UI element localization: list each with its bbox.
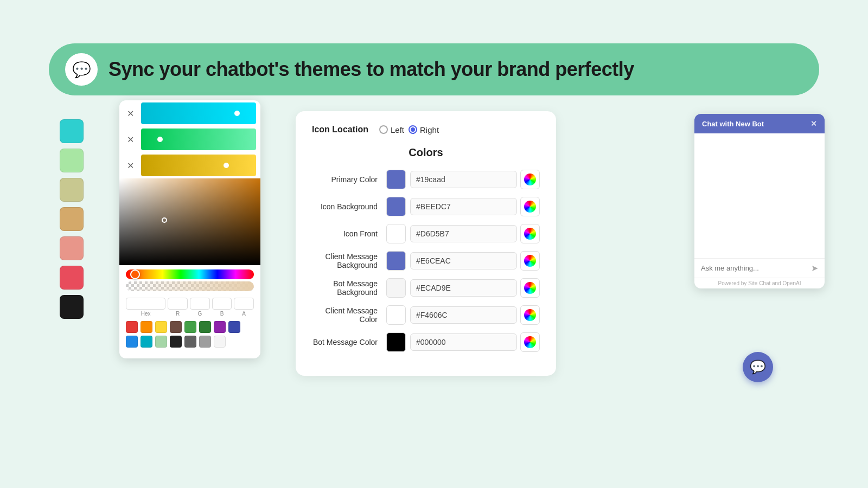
primary-color-picker-btn[interactable]	[520, 170, 540, 189]
preset-yellow[interactable]	[155, 321, 167, 333]
icon-front-label: Icon Front	[312, 229, 386, 238]
swatch-light-green[interactable]	[60, 149, 84, 172]
primary-color-swatch[interactable]	[386, 170, 406, 189]
color-row-icon-front: Icon Front	[312, 224, 540, 243]
gradient-cursor	[162, 217, 167, 223]
color-row-client-msg-color: Client Message Color	[312, 305, 540, 325]
bot-msg-bg-picker-icon	[524, 282, 536, 294]
color-row-client-msg-bg: Client MessageBackground	[312, 251, 540, 271]
bot-msg-bg-input[interactable]	[410, 279, 517, 297]
close-yellow-button[interactable]: ✕	[119, 155, 141, 176]
preset-red[interactable]	[126, 321, 138, 333]
icon-location-row: Icon Location Left Right	[312, 125, 540, 134]
teal-gradient-bar[interactable]	[141, 102, 256, 124]
preset-blue[interactable]	[126, 336, 138, 348]
bot-msg-bg-swatch[interactable]	[386, 278, 406, 298]
icon-bg-picker-btn[interactable]	[520, 197, 540, 216]
chat-input[interactable]	[701, 264, 807, 272]
radio-left[interactable]: Left	[379, 125, 404, 134]
preset-row-1	[126, 321, 254, 333]
close-green-button[interactable]: ✕	[119, 129, 141, 150]
preset-green[interactable]	[184, 321, 196, 333]
chat-fab-button[interactable]: 💬	[743, 352, 773, 382]
icon-front-swatch[interactable]	[386, 224, 406, 243]
preset-indigo[interactable]	[228, 321, 240, 333]
icon-bg-picker-icon	[524, 201, 536, 213]
swatch-black[interactable]	[60, 295, 84, 319]
b-input[interactable]: 172	[212, 298, 232, 310]
g-input[interactable]: 206	[190, 298, 210, 310]
close-teal-button[interactable]: ✕	[119, 102, 141, 124]
bot-msg-color-swatch[interactable]	[386, 332, 406, 352]
color-row-icon-bg: Icon Background	[312, 197, 540, 216]
radio-right-circle[interactable]	[409, 125, 417, 134]
preset-dark-gray[interactable]	[184, 336, 196, 348]
preset-cyan[interactable]	[141, 336, 152, 348]
icon-bg-input[interactable]	[410, 198, 517, 215]
bot-msg-color-picker-icon	[524, 336, 536, 348]
chat-send-button[interactable]: ➤	[811, 263, 818, 273]
swatch-tan[interactable]	[60, 178, 84, 202]
preset-black[interactable]	[170, 336, 182, 348]
client-msg-bg-input[interactable]	[410, 252, 517, 269]
swatch-teal[interactable]	[60, 119, 84, 143]
chat-header-title: Chat with New Bot	[702, 120, 764, 128]
hex-input[interactable]: E6CEAC	[126, 298, 165, 310]
preset-dark-green[interactable]	[199, 321, 211, 333]
colors-title: Colors	[312, 146, 540, 159]
primary-color-label: Primary Color	[312, 175, 386, 184]
icon-location-label: Icon Location	[312, 125, 368, 134]
preset-orange[interactable]	[141, 321, 152, 333]
preset-purple[interactable]	[214, 321, 226, 333]
preset-row-2	[126, 336, 254, 348]
client-msg-color-picker-icon	[524, 309, 536, 321]
bot-msg-color-input[interactable]	[410, 333, 517, 351]
a-input[interactable]: 100	[234, 298, 254, 310]
icon-front-input[interactable]	[410, 225, 517, 242]
icon-front-picker-icon	[524, 228, 536, 240]
header-logo: 💬	[65, 53, 98, 86]
yellow-gradient-bar[interactable]	[141, 155, 256, 176]
b-input-group: 172 B	[212, 298, 232, 317]
green-gradient-bar[interactable]	[141, 129, 256, 150]
primary-color-picker-icon	[524, 174, 536, 185]
chat-powered-by: Powered by Site Chat and OpenAI	[694, 278, 825, 288]
color-picker-panel: ✕ ✕ ✕ E6CEAC Hex 230	[119, 100, 260, 358]
preset-gray[interactable]	[199, 336, 211, 348]
alpha-strip[interactable]	[126, 281, 254, 291]
chat-input-area: ➤	[694, 258, 825, 278]
bot-msg-color-picker-btn[interactable]	[520, 332, 540, 352]
chat-body	[694, 133, 825, 258]
r-label: R	[168, 311, 188, 317]
client-msg-bg-swatch[interactable]	[386, 251, 406, 271]
primary-color-input[interactable]	[410, 171, 517, 188]
preset-light-green2[interactable]	[155, 336, 167, 348]
swatch-salmon[interactable]	[60, 236, 84, 260]
color-row-bot-msg-bg: Bot Message Background	[312, 278, 540, 298]
preset-light-gray[interactable]	[214, 336, 226, 348]
color-inputs: E6CEAC Hex 230 R 206 G 172 B 100 A	[119, 293, 260, 317]
icon-bg-swatch[interactable]	[386, 197, 406, 216]
client-msg-bg-picker-btn[interactable]	[520, 251, 540, 271]
radio-left-circle[interactable]	[379, 125, 388, 134]
chat-close-button[interactable]: ✕	[810, 119, 817, 128]
preset-brown[interactable]	[170, 321, 182, 333]
bot-msg-bg-picker-btn[interactable]	[520, 278, 540, 298]
teal-dot	[234, 111, 240, 116]
bot-msg-color-label: Bot Message Color	[312, 338, 386, 346]
preset-colors	[119, 317, 260, 348]
client-msg-color-input[interactable]	[410, 306, 517, 324]
r-input[interactable]: 230	[168, 298, 188, 310]
gradient-canvas[interactable]	[119, 178, 260, 265]
swatch-red[interactable]	[60, 266, 84, 290]
yellow-dot	[224, 163, 229, 168]
radio-right[interactable]: Right	[409, 125, 439, 134]
client-msg-color-swatch[interactable]	[386, 305, 406, 325]
swatch-light-brown[interactable]	[60, 207, 84, 231]
icon-front-picker-btn[interactable]	[520, 224, 540, 243]
green-dot	[157, 137, 163, 142]
hue-strip[interactable]	[126, 269, 254, 279]
picker-row-yellow: ✕	[119, 152, 260, 178]
b-label: B	[212, 311, 232, 317]
client-msg-color-picker-btn[interactable]	[520, 305, 540, 325]
